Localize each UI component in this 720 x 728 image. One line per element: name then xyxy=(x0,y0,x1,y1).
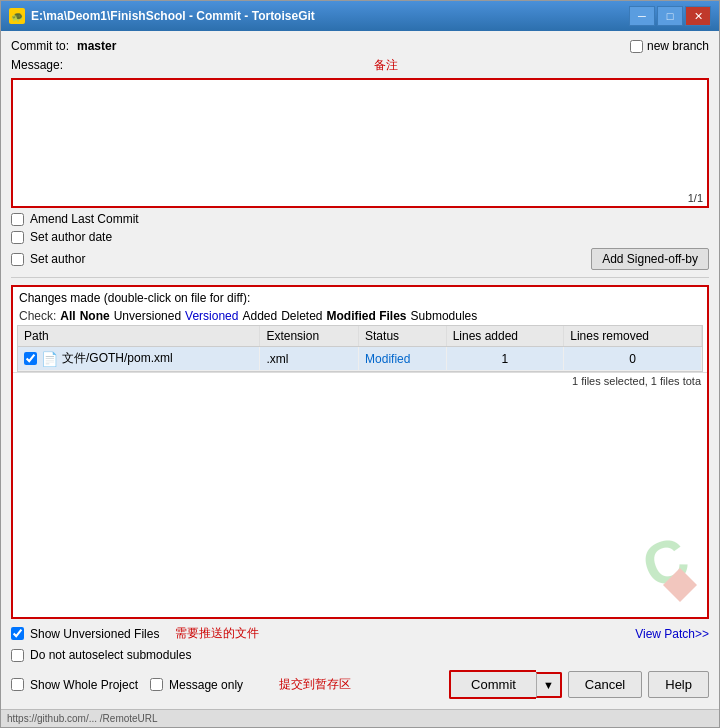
watermark: C xyxy=(644,528,687,597)
check-versioned-link[interactable]: Versioned xyxy=(185,309,238,323)
file-status: Modified xyxy=(365,352,410,366)
file-path-cell: 📄 文件/GOTH/pom.xml xyxy=(18,347,260,371)
bei-zhu-text: 备注 xyxy=(63,57,709,74)
check-unversioned-link[interactable]: Unversioned xyxy=(114,309,181,323)
commit-button-group: Commit ▼ xyxy=(449,670,562,699)
check-none-link[interactable]: None xyxy=(80,309,110,323)
check-all-link[interactable]: All xyxy=(60,309,75,323)
view-patch-link[interactable]: View Patch>> xyxy=(635,627,709,641)
show-unversioned-label: Show Unversioned Files xyxy=(30,627,159,641)
set-author-checkbox-row: Set author xyxy=(11,252,85,266)
divider-1 xyxy=(11,277,709,278)
file-table-container: Path Extension Status Lines added Lines … xyxy=(13,325,707,617)
changes-title: Changes made (double-click on file for d… xyxy=(13,287,707,307)
col-lines-removed: Lines removed xyxy=(564,326,702,347)
show-unversioned-row: Show Unversioned Files 需要推送的文件 View Patc… xyxy=(11,623,709,644)
commit-area-note: 提交到暂存区 xyxy=(279,676,351,693)
show-whole-project-label: Show Whole Project xyxy=(30,678,138,692)
file-lines-removed-cell: 0 xyxy=(564,347,702,371)
file-status-cell: Modified xyxy=(359,347,447,371)
col-lines-added: Lines added xyxy=(446,326,564,347)
status-bar: https://github.com/... /RemoteURL xyxy=(1,709,719,727)
status-bar-text: https://github.com/... /RemoteURL xyxy=(7,713,158,724)
col-status: Status xyxy=(359,326,447,347)
do-not-autoselect-row: Do not autoselect submodules xyxy=(11,648,709,662)
action-row: Show Whole Project Message only 提交到暂存区 C… xyxy=(11,666,709,701)
amend-last-commit-label: Amend Last Commit xyxy=(30,212,139,226)
new-branch-row: new branch xyxy=(630,39,709,53)
do-not-autoselect-label: Do not autoselect submodules xyxy=(30,648,191,662)
message-only-label: Message only xyxy=(169,678,243,692)
table-row[interactable]: 📄 文件/GOTH/pom.xml .xml Modified 1 0 xyxy=(18,347,702,371)
files-footer: 1 files selected, 1 files tota xyxy=(13,372,707,389)
app-icon: 🐢 xyxy=(9,8,25,24)
commit-target: Commit to: master xyxy=(11,39,116,53)
new-branch-checkbox[interactable] xyxy=(630,40,643,53)
check-modified-files-link[interactable]: Modified Files xyxy=(327,309,407,323)
push-note: 需要推送的文件 xyxy=(175,625,259,642)
message-only-checkbox[interactable] xyxy=(150,678,163,691)
commit-to-value: master xyxy=(77,39,116,53)
commit-button[interactable]: Commit xyxy=(449,670,536,699)
do-not-autoselect-checkbox[interactable] xyxy=(11,649,24,662)
check-added-link[interactable]: Added xyxy=(242,309,277,323)
main-content: Commit to: master new branch Message: 备注… xyxy=(1,31,719,709)
cancel-button[interactable]: Cancel xyxy=(568,671,642,698)
set-author-date-checkbox[interactable] xyxy=(11,231,24,244)
set-author-label: Set author xyxy=(30,252,85,266)
message-textarea[interactable] xyxy=(13,80,707,206)
check-label: Check: xyxy=(19,309,56,323)
help-button[interactable]: Help xyxy=(648,671,709,698)
col-extension: Extension xyxy=(260,326,359,347)
set-author-date-row: Set author date xyxy=(11,230,709,244)
col-path: Path xyxy=(18,326,260,347)
check-submodules-link[interactable]: Submodules xyxy=(411,309,478,323)
amend-last-commit-checkbox[interactable] xyxy=(11,213,24,226)
message-area-wrapper: 1/1 xyxy=(11,78,709,208)
set-author-row: Set author Add Signed-off-by xyxy=(11,248,709,270)
file-lines-added-cell: 1 xyxy=(446,347,564,371)
set-author-date-label: Set author date xyxy=(30,230,112,244)
watermark-c: C xyxy=(633,523,697,603)
message-header-row: Message: 备注 xyxy=(11,57,709,74)
file-extension-cell: .xml xyxy=(260,347,359,371)
window-title: E:\ma\Deom1\FinishSchool - Commit - Tort… xyxy=(31,9,629,23)
close-button[interactable]: ✕ xyxy=(685,6,711,26)
set-author-checkbox[interactable] xyxy=(11,253,24,266)
add-signed-off-by-button[interactable]: Add Signed-off-by xyxy=(591,248,709,270)
file-table[interactable]: Path Extension Status Lines added Lines … xyxy=(17,325,703,372)
file-checkbox[interactable] xyxy=(24,352,37,365)
check-deleted-link[interactable]: Deleted xyxy=(281,309,322,323)
file-type-icon: 📄 xyxy=(41,351,58,367)
commit-to-label: Commit to: xyxy=(11,39,69,53)
file-path: 文件/GOTH/pom.xml xyxy=(62,350,173,367)
new-branch-label: new branch xyxy=(647,39,709,53)
commit-to-row: Commit to: master new branch xyxy=(11,39,709,53)
show-whole-project-row: Show Whole Project xyxy=(11,678,138,692)
message-only-row: Message only xyxy=(150,678,243,692)
window-controls: ─ □ ✕ xyxy=(629,6,711,26)
message-label: Message: xyxy=(11,58,63,72)
minimize-button[interactable]: ─ xyxy=(629,6,655,26)
files-table: Path Extension Status Lines added Lines … xyxy=(18,326,702,371)
commit-dropdown-button[interactable]: ▼ xyxy=(536,672,562,698)
show-unversioned-checkbox[interactable] xyxy=(11,627,24,640)
check-options-row: Check: All None Unversioned Versioned Ad… xyxy=(13,307,707,325)
show-whole-project-checkbox[interactable] xyxy=(11,678,24,691)
amend-last-commit-row: Amend Last Commit xyxy=(11,212,709,226)
maximize-button[interactable]: □ xyxy=(657,6,683,26)
changes-section: Changes made (double-click on file for d… xyxy=(11,285,709,619)
message-counter: 1/1 xyxy=(688,192,703,204)
main-window: 🐢 E:\ma\Deom1\FinishSchool - Commit - To… xyxy=(0,0,720,728)
title-bar: 🐢 E:\ma\Deom1\FinishSchool - Commit - To… xyxy=(1,1,719,31)
watermark-diamond xyxy=(663,568,697,602)
